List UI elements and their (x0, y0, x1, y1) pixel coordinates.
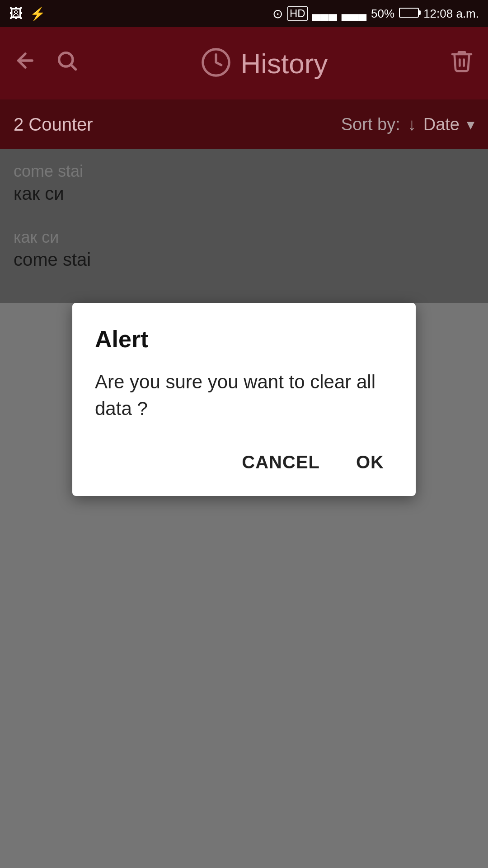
header-center: History (200, 47, 328, 80)
hd-badge: HD (287, 6, 308, 21)
cancel-button[interactable]: CANCEL (233, 445, 329, 480)
app-header: History (0, 27, 488, 99)
clock-icon (200, 47, 232, 80)
sort-by-label: Sort by: (341, 115, 400, 134)
content-area: come stai как си как си come stai Alert … (0, 149, 488, 281)
counter-label: 2 Counter (14, 114, 93, 135)
dialog-title: Alert (95, 326, 393, 353)
dialog-overlay: Alert Are you sure you want to clear all… (0, 149, 488, 303)
header-title: History (241, 47, 328, 80)
status-left-icons: 🖼 ⚡ (9, 6, 46, 21)
sort-area[interactable]: Sort by: ↓ Date ▾ (341, 115, 474, 134)
filter-bar: 2 Counter Sort by: ↓ Date ▾ (0, 99, 488, 149)
dialog-buttons: CANCEL OK (95, 445, 393, 480)
signal-icon-2: ▄▄▄ (342, 7, 366, 21)
sort-direction-icon: ↓ (408, 115, 416, 134)
header-left-actions (14, 49, 79, 78)
back-button[interactable] (14, 49, 37, 78)
status-time: 12:08 a.m. (423, 7, 479, 21)
battery-percent: 50% (371, 7, 394, 21)
status-right-info: ⊙ HD ▄▄▄ ▄▄▄ 50% 12:08 a.m. (272, 6, 479, 21)
cast-icon: ⊙ (272, 6, 283, 21)
dialog-message: Are you sure you want to clear all data … (95, 369, 393, 422)
image-icon: 🖼 (9, 6, 23, 21)
usb-icon: ⚡ (30, 6, 46, 21)
alert-dialog: Alert Are you sure you want to clear all… (72, 303, 416, 496)
ok-button[interactable]: OK (347, 445, 393, 480)
status-bar: 🖼 ⚡ ⊙ HD ▄▄▄ ▄▄▄ 50% 12:08 a.m. (0, 0, 488, 27)
search-button[interactable] (55, 49, 79, 78)
signal-icon-1: ▄▄▄ (312, 7, 337, 21)
sort-value-label: Date (423, 115, 460, 134)
sort-dropdown-icon[interactable]: ▾ (467, 115, 474, 133)
delete-button[interactable] (449, 48, 474, 79)
svg-line-2 (71, 65, 75, 69)
battery-icon (399, 7, 419, 21)
